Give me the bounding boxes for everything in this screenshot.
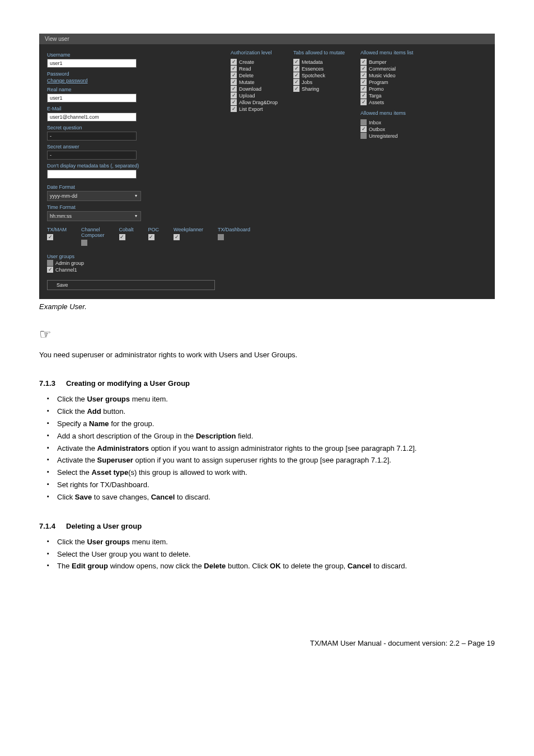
input-secret-question[interactable]: - [47,132,137,141]
checkbox-icon[interactable]: ✓ [360,66,367,72]
checkbox-row[interactable]: ✓Spotcheck [293,72,345,78]
checkbox-row[interactable]: ✓Jobs [293,79,345,85]
checkbox-row[interactable]: ✓Music video [360,72,413,78]
checkbox-label: Targa [369,93,382,99]
list-item: Set rights for TX/Dashboard. [39,480,495,491]
label-dont-display: Don't display metadata tabs (, separated… [47,163,215,169]
checkbox-row[interactable]: ✓Read [231,66,278,72]
checkbox-label: Channel1 [55,267,77,273]
app-checkbox[interactable]: ✓ [47,234,53,240]
checkbox-label: Essences [302,66,324,72]
checkbox-icon[interactable]: ✓ [360,92,367,99]
checkbox-row[interactable]: ✓Assets [360,99,413,105]
list-item: Activate the Administrators option if yo… [39,444,495,454]
checkbox-icon[interactable]: ✓ [360,79,367,85]
checkbox-icon[interactable]: ✓ [360,119,367,125]
checkbox-row[interactable]: ✓Admin group [47,260,215,266]
label-time-format: Time Format [47,204,215,210]
checkbox-row[interactable]: ✓Allow Drag&Drop [231,99,278,105]
checkbox-label: Program [369,80,388,85]
checkbox-icon[interactable]: ✓ [293,86,299,92]
checkbox-label: Download [239,86,261,92]
list-item: Select the Asset type(s) this group is a… [39,468,495,478]
checkbox-row[interactable]: ✓Program [360,79,413,85]
checkbox-icon[interactable]: ✓ [360,133,367,139]
checkbox-row[interactable]: ✓Unregistered [360,133,413,139]
app-name: Channel Composer [81,227,105,238]
checkbox-icon[interactable]: ✓ [360,99,367,105]
checkbox-icon[interactable]: ✓ [360,86,367,92]
checkbox-icon[interactable]: ✓ [293,59,299,65]
list-714: Click the User groups menu item.Select t… [39,537,495,572]
checkbox-icon[interactable]: ✓ [231,106,237,112]
checkbox-icon[interactable]: ✓ [47,260,53,266]
select-time-format[interactable]: hh:mm:ss [47,211,141,221]
app-checkbox[interactable]: ✓ [148,234,154,240]
heading-714: 7.1.4Deleting a User group [39,522,495,530]
checkbox-icon[interactable]: ✓ [360,59,367,65]
save-button[interactable]: Save [47,280,215,290]
checkbox-row[interactable]: ✓Inbox [360,119,413,125]
checkbox-row[interactable]: ✓Mutate [231,79,278,85]
checkbox-row[interactable]: ✓Delete [231,72,278,78]
checkbox-label: Promo [369,86,384,92]
screenshot-view-user: View user Username user1 Password Change… [39,34,495,299]
checkbox-label: Admin group [55,260,84,266]
checkbox-label: Upload [239,93,255,99]
app-checkbox[interactable]: ✓ [81,240,87,246]
list-item: Click the Add button. [39,407,495,417]
checkbox-icon[interactable]: ✓ [231,72,237,78]
app-name: TX/MAM [47,227,67,232]
list-713: Click the User groups menu item.Click th… [39,394,495,503]
app-item: TX/MAM✓ [47,227,67,246]
checkbox-icon[interactable]: ✓ [360,72,367,78]
app-checkbox[interactable]: ✓ [218,234,224,240]
input-realname[interactable]: user1 [47,94,137,102]
checkbox-row[interactable]: ✓Targa [360,92,413,99]
checkbox-row[interactable]: ✓Commercial [360,66,413,72]
list-item: Activate the Superuser option if you wan… [39,455,495,466]
label-secret-answer: Secret answer [47,144,215,150]
link-change-password[interactable]: Change password [47,78,215,83]
checkbox-label: Jobs [302,80,312,85]
checkbox-row[interactable]: ✓List Export [231,106,278,112]
checkbox-label: Unregistered [369,133,398,139]
label-user-groups: User groups [47,254,215,259]
checkbox-row[interactable]: ✓Outbox [360,126,413,132]
checkbox-row[interactable]: ✓Create [231,59,278,65]
checkbox-row[interactable]: ✓Download [231,86,278,92]
app-checkbox[interactable]: ✓ [119,234,125,240]
checkbox-label: Outbox [369,127,385,132]
checkbox-icon[interactable]: ✓ [231,99,237,105]
app-checkbox[interactable]: ✓ [174,234,180,240]
input-username[interactable]: user1 [47,59,137,68]
checkbox-row[interactable]: ✓Promo [360,86,413,92]
checkbox-row[interactable]: ✓Sharing [293,86,345,92]
list-item: Specify a Name for the group. [39,419,495,430]
caption: Example User. [39,302,495,311]
checkbox-icon[interactable]: ✓ [231,66,237,72]
checkbox-icon[interactable]: ✓ [231,86,237,92]
app-name: Cobalt [119,227,134,232]
checkbox-icon[interactable]: ✓ [293,79,299,85]
list-item: Add a short description of the Group in … [39,431,495,442]
checkbox-row[interactable]: ✓Bumper [360,59,413,65]
app-item: Channel Composer✓ [81,227,105,246]
checkbox-icon[interactable]: ✓ [360,126,367,132]
select-date-format[interactable]: yyyy-mm-dd [47,191,141,201]
checkbox-icon[interactable]: ✓ [293,72,299,78]
checkbox-icon[interactable]: ✓ [231,79,237,85]
input-dont-display[interactable] [47,170,137,179]
checkbox-row[interactable]: ✓Upload [231,92,278,99]
input-secret-answer[interactable]: - [47,151,137,160]
checkbox-icon[interactable]: ✓ [293,66,299,72]
checkbox-icon[interactable]: ✓ [231,92,237,99]
checkbox-row[interactable]: ✓Metadata [293,59,345,65]
app-name: POC [148,227,160,232]
label-date-format: Date Format [47,184,215,190]
checkbox-icon[interactable]: ✓ [47,267,53,273]
checkbox-row[interactable]: ✓Channel1 [47,267,215,273]
input-email[interactable]: user1@channel1.com [47,113,137,122]
checkbox-row[interactable]: ✓Essences [293,66,345,72]
checkbox-icon[interactable]: ✓ [231,59,237,65]
